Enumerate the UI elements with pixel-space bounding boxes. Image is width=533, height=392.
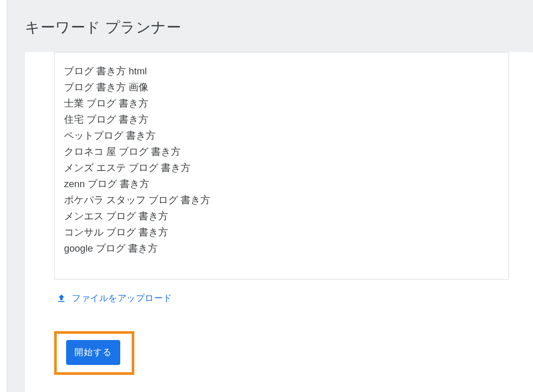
- keyword-line: コンサル ブログ 書き方: [64, 224, 499, 240]
- title-row: キーワード プランナー: [0, 0, 533, 52]
- keyword-line: メンエス ブログ 書き方: [64, 208, 499, 224]
- upload-label: ファイルをアップロード: [72, 292, 172, 304]
- upload-file-link[interactable]: ファイルをアップロード: [56, 292, 508, 304]
- keyword-textarea[interactable]: ▂ ▂ ▂ ▂ ▂ ▂ ▂ ▂ ▂ ▂ ▂ ▂ ▂ ▂ ブログ 書き方 html…: [54, 52, 509, 280]
- page-wrapper: キーワード プランナー ▂ ▂ ▂ ▂ ▂ ▂ ▂ ▂ ▂ ▂ ▂ ▂ ▂ ▂ …: [0, 0, 533, 392]
- action-row: 開始する: [54, 331, 508, 375]
- keyword-line: google ブログ 書き方: [64, 240, 499, 256]
- upload-icon: [56, 293, 67, 304]
- keyword-line: zenn ブログ 書き方: [64, 176, 499, 192]
- keyword-line: ポケパラ スタッフ ブログ 書き方: [64, 192, 499, 208]
- keyword-line: ペットブログ 書き方: [64, 127, 499, 143]
- keyword-line: メンズ エステ ブログ 書き方: [64, 160, 499, 176]
- keyword-line: クロネコ 屋 ブログ 書き方: [64, 143, 499, 160]
- keyword-line: ブログ 書き方 画像: [64, 79, 499, 95]
- content-card: ▂ ▂ ▂ ▂ ▂ ▂ ▂ ▂ ▂ ▂ ▂ ▂ ▂ ▂ ブログ 書き方 html…: [25, 52, 533, 392]
- keyword-line: 士業 ブログ 書き方: [64, 95, 499, 111]
- keyword-line: ブログ 書き方 html: [64, 63, 499, 79]
- start-button[interactable]: 開始する: [66, 340, 120, 365]
- page-title: キーワード プランナー: [25, 18, 533, 37]
- keyword-line: 住宅 ブログ 書き方: [64, 111, 499, 127]
- left-nav-edge: [0, 0, 7, 392]
- highlight-frame: 開始する: [54, 331, 134, 375]
- keyword-line-cutoff: ▂ ▂ ▂ ▂ ▂ ▂ ▂ ▂ ▂ ▂ ▂ ▂ ▂ ▂: [64, 55, 499, 58]
